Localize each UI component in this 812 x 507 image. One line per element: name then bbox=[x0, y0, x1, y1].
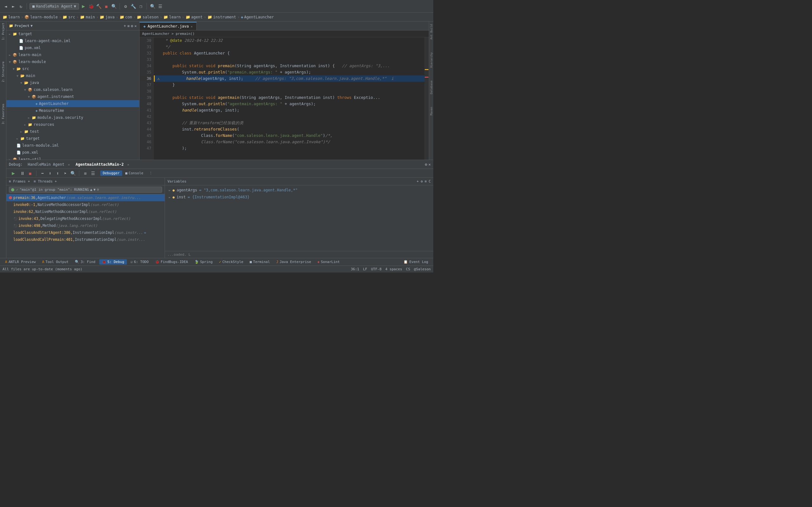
tools-icon[interactable]: 🔧 bbox=[130, 3, 136, 9]
debug-step-into-icon[interactable]: ⬇ bbox=[47, 170, 53, 176]
settings-icon[interactable]: ⚙ bbox=[122, 3, 129, 9]
frame-icon[interactable]: ❐ bbox=[138, 3, 144, 9]
sidebar-close-icon[interactable]: ✕ bbox=[135, 24, 137, 28]
structure-panel-toggle[interactable]: 2: Structure bbox=[2, 61, 5, 82]
tree-item-learn-module[interactable]: ▼ 📦 learn-module bbox=[6, 58, 139, 65]
tool-sonarlint[interactable]: ◈ SonarLint bbox=[315, 259, 342, 265]
tab-agent-launcher[interactable]: ◆ AgentLauncher.java ✕ bbox=[140, 22, 197, 30]
tree-item-learn-main[interactable]: ► 📦 learn-main bbox=[6, 51, 139, 58]
stop-button[interactable]: ◼ bbox=[103, 3, 109, 9]
var-item-inst[interactable]: ► ● inst = {InstrumentationImpl@463} bbox=[165, 193, 433, 201]
debug-frames-icon[interactable]: ≡ bbox=[83, 170, 88, 176]
debug-pause-icon[interactable]: ⏸ bbox=[20, 170, 26, 176]
breadcrumb-learn[interactable]: 📁 learn bbox=[3, 15, 20, 19]
tool-eventlog[interactable]: 📋 Event Log bbox=[401, 259, 431, 265]
frame-item-5[interactable]: loadClassAndStartAgent:386, Instrumentat… bbox=[6, 229, 165, 236]
maven-panel[interactable]: Maven bbox=[429, 106, 433, 117]
tree-item-iml[interactable]: 📄 learn-agent-main.iml bbox=[6, 38, 139, 44]
debugger-tab[interactable]: Debugger bbox=[100, 170, 122, 176]
console-tab[interactable]: ■ Console bbox=[123, 170, 146, 176]
status-encoding[interactable]: UTF-8 bbox=[371, 267, 382, 271]
tree-item-src[interactable]: ▼ 📂 src bbox=[6, 65, 139, 72]
thread-nav-up[interactable]: ▲ bbox=[90, 187, 92, 192]
thread-filter-icon[interactable]: ▽ bbox=[97, 187, 99, 192]
tab-close-icon[interactable]: ✕ bbox=[191, 25, 193, 28]
thread-nav-down[interactable]: ▼ bbox=[94, 187, 96, 192]
debug-resume-button[interactable]: ▶ bbox=[9, 169, 18, 178]
tree-item-module-security[interactable]: ► 📁 module.java.security bbox=[6, 114, 139, 121]
variables-add-icon[interactable]: + bbox=[417, 179, 419, 183]
project-panel-toggle[interactable]: 1: Project bbox=[2, 23, 5, 40]
tree-item-agent-launcher[interactable]: ◆ AgentLauncher bbox=[6, 100, 139, 107]
threads-label[interactable]: ≡ Threads + bbox=[34, 179, 57, 183]
favorites-panel-toggle[interactable]: 3: Favorites bbox=[2, 104, 5, 124]
tool-todo[interactable]: ☑ 6: TODO bbox=[128, 259, 151, 265]
sidebar-settings-icon[interactable]: ⚙ bbox=[131, 24, 133, 28]
forward-icon[interactable]: ► bbox=[10, 3, 16, 9]
tool-checkstyle[interactable]: ✓ CheckStyle bbox=[216, 259, 246, 265]
frame-item-4[interactable]: ⚫ invoke:498, Method (java.lang.reflect) bbox=[6, 222, 165, 229]
debug-step-out-icon[interactable]: ⬆ bbox=[55, 170, 61, 176]
attach-button[interactable]: 🔍 bbox=[111, 3, 117, 9]
debug-button[interactable]: 🐞 bbox=[88, 3, 94, 9]
sidebar-add-icon[interactable]: + bbox=[124, 24, 126, 28]
tree-item-resources[interactable]: ► 📁 resources bbox=[6, 121, 139, 128]
frames-label[interactable]: ≡ Frames + bbox=[9, 179, 30, 183]
tool-debug[interactable]: 🐞 5: Debug bbox=[99, 259, 127, 265]
tree-item-java[interactable]: ▼ 📂 java bbox=[6, 79, 139, 86]
database-panel[interactable]: Database bbox=[429, 79, 433, 95]
search-icon[interactable]: 🔍 bbox=[149, 3, 156, 9]
frame-item-0[interactable]: premain:36, AgentLauncher (com.saleson.l… bbox=[6, 194, 165, 201]
debug-evaluate-icon[interactable]: 🔍 bbox=[70, 170, 76, 176]
tree-item-learn-module-iml[interactable]: 📄 learn-module.iml bbox=[6, 142, 139, 149]
frame-item-6[interactable]: loadClassAndCallPremain:401, Instrumenta… bbox=[6, 236, 165, 243]
tree-item-pom2[interactable]: 📄 pom.xml bbox=[6, 149, 139, 156]
breadcrumb-src[interactable]: 📁 src bbox=[62, 15, 75, 19]
tree-item-com-saleson[interactable]: ▼ 📦 com.saleson.learn bbox=[6, 86, 139, 93]
variables-settings-icon[interactable]: ⚙ bbox=[420, 179, 423, 183]
layout-icon[interactable]: ☰ bbox=[157, 3, 163, 9]
status-indent[interactable]: 4 spaces bbox=[386, 267, 402, 271]
debug-tab-handle-close[interactable]: ✕ bbox=[68, 163, 70, 166]
status-linesep[interactable]: LF bbox=[363, 267, 367, 271]
output-tab[interactable]: ⋮ bbox=[147, 170, 155, 176]
tool-find[interactable]: 🔍 3: Find bbox=[72, 259, 98, 265]
status-position[interactable]: 36:1 bbox=[351, 267, 359, 271]
tree-item-main[interactable]: ▼ 📂 main bbox=[6, 72, 139, 79]
debug-stop-icon[interactable]: ◼ bbox=[27, 170, 33, 176]
debug-tab-agentmain-close[interactable]: ✕ bbox=[127, 163, 129, 166]
debug-tab-handle[interactable]: HandleMain Agent ✕ bbox=[25, 162, 72, 167]
debug-step-over-icon[interactable]: ➡ bbox=[40, 170, 45, 176]
tree-item-test[interactable]: ► 📁 test bbox=[6, 128, 139, 135]
frame-item-1[interactable]: invoke0:-1, NativeMethodAccessorImpl (su… bbox=[6, 201, 165, 208]
tree-item-target2[interactable]: ► 📁 target bbox=[6, 135, 139, 142]
reload-icon[interactable]: ↻ bbox=[18, 3, 24, 9]
frame-item-2[interactable]: invoke:62, NativeMethodAccessorImpl (sun… bbox=[6, 208, 165, 215]
tree-item-target[interactable]: ► 📁 target bbox=[6, 31, 139, 38]
tool-findbugs[interactable]: 🐞 FindBugs-IDEA bbox=[153, 259, 191, 265]
ant-build-panel[interactable]: Ant Build bbox=[429, 23, 433, 41]
code-lines[interactable]: * @date 2022-04-12 22:32 */ public class… bbox=[154, 38, 424, 160]
tool-java-enterprise[interactable]: J Java Enterprise bbox=[274, 259, 314, 265]
tool-terminal[interactable]: ■ Terminal bbox=[247, 259, 272, 265]
tool-spring[interactable]: 🍃 Spring bbox=[192, 259, 215, 265]
thread-selector[interactable]: ✓ "main"@1 in group "main": RUNNING ▲ ▼ … bbox=[9, 187, 162, 193]
hierarchy-panel[interactable]: Hierarchy bbox=[429, 51, 433, 69]
tree-item-learn-util[interactable]: ► 📦 learn-util bbox=[6, 156, 139, 160]
breadcrumb-learn-module[interactable]: 📦 learn-module bbox=[24, 15, 58, 19]
run-config-selector[interactable]: ■ HandleMain Agent ▼ bbox=[30, 3, 79, 9]
var-item-agentargs[interactable]: ► ● agentArgs = "3,com.saleson.learn.jav… bbox=[165, 187, 433, 193]
tree-item-measure-time[interactable]: ◆ MeasureTime bbox=[6, 107, 139, 114]
debug-tab-agentmain[interactable]: AgentmainAttachMain-2 ✕ bbox=[73, 162, 132, 167]
debug-run-cursor-icon[interactable]: ➤ bbox=[62, 170, 68, 176]
variables-format-icon[interactable]: ≡ bbox=[425, 179, 427, 183]
tool-antlr[interactable]: A ANTLR Preview bbox=[3, 259, 38, 265]
tree-item-agent-instrument[interactable]: ▼ 📦 agent.instrument bbox=[6, 93, 139, 100]
debug-layout-icon[interactable]: ☰ bbox=[90, 170, 96, 176]
status-vcs[interactable]: CS bbox=[406, 267, 410, 271]
variables-copy-icon[interactable]: C bbox=[428, 179, 431, 183]
back-icon[interactable]: ◄ bbox=[3, 3, 9, 9]
tool-output[interactable]: A Tool Output bbox=[40, 259, 71, 265]
sidebar-collapse-icon[interactable]: ≡ bbox=[127, 24, 130, 28]
debug-settings-icon[interactable]: ⚙ bbox=[425, 162, 427, 167]
